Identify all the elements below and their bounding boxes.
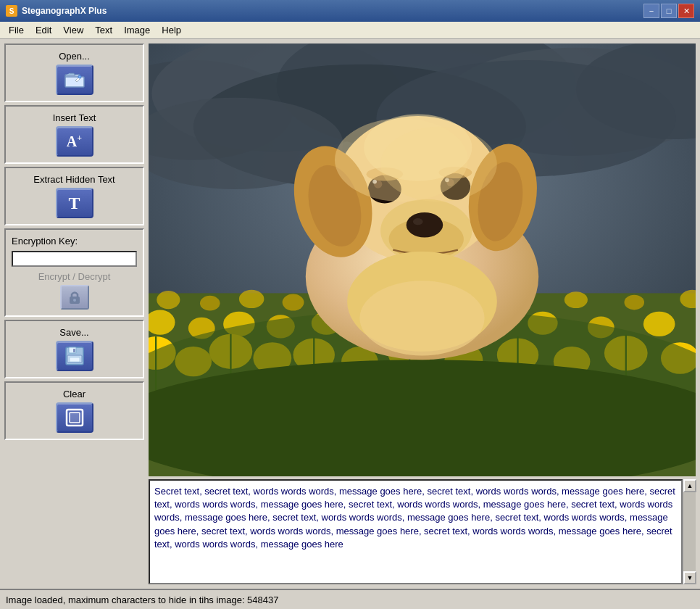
svg-point-32 — [624, 295, 644, 310]
insert-text-label: Insert Text — [53, 112, 96, 123]
text-area-container: ▲ ▼ — [149, 479, 696, 584]
extract-icon: T — [68, 194, 80, 213]
insert-text-button-container[interactable]: Insert Text A+ — [4, 105, 144, 164]
svg-rect-1 — [65, 77, 84, 87]
title-bar-left: S SteganographX Plus — [6, 5, 107, 17]
encryption-key-label: Encryption Key: — [12, 236, 137, 246]
maximize-button[interactable]: □ — [661, 4, 677, 18]
svg-point-31 — [564, 291, 588, 308]
clear-button-container[interactable]: Clear — [4, 381, 144, 440]
menu-image[interactable]: Image — [118, 23, 156, 37]
scroll-track[interactable] — [683, 492, 696, 571]
open-button-container[interactable]: Open... — [4, 44, 144, 102]
encrypt-decrypt-container: Encrypt / Decrypt — [12, 271, 137, 310]
open-icon — [64, 69, 86, 91]
svg-point-25 — [239, 290, 264, 308]
save-label: Save... — [59, 327, 88, 338]
insert-text-icon-button[interactable]: A+ — [56, 126, 93, 157]
svg-point-91 — [359, 281, 484, 355]
svg-point-4 — [73, 299, 76, 302]
lock-icon — [67, 289, 83, 305]
svg-point-45 — [643, 312, 675, 336]
svg-point-2 — [78, 75, 81, 78]
svg-point-24 — [200, 296, 220, 311]
scroll-up-button[interactable]: ▲ — [683, 479, 696, 492]
dog-image — [149, 44, 696, 476]
status-text: Image loaded, maximum characters to hide… — [6, 594, 278, 605]
menu-file[interactable]: File — [3, 23, 30, 37]
menu-help[interactable]: Help — [156, 23, 187, 37]
encryption-key-input[interactable] — [12, 251, 137, 267]
save-icon — [64, 345, 86, 367]
svg-point-23 — [157, 291, 180, 309]
status-bar: Image loaded, maximum characters to hide… — [0, 589, 700, 609]
open-icon-button[interactable] — [56, 65, 93, 95]
hidden-text-area[interactable] — [149, 479, 683, 584]
svg-point-74 — [413, 218, 423, 225]
extract-button-container[interactable]: Extract Hidden Text T — [4, 167, 144, 225]
window-title: SteganographX Plus — [22, 6, 107, 16]
right-area: ▲ ▼ — [149, 44, 696, 584]
menu-view[interactable]: View — [57, 23, 89, 37]
svg-rect-11 — [70, 413, 80, 423]
encryption-section: Encryption Key: Encrypt / Decrypt — [4, 228, 144, 317]
menu-bar: File Edit View Text Image Help — [0, 22, 700, 39]
svg-point-68 — [149, 360, 696, 476]
svg-rect-8 — [70, 357, 80, 362]
main-content: Open... Insert Text A+ Extract Hidden Te… — [0, 39, 700, 589]
save-button-container[interactable]: Save... — [4, 320, 144, 378]
svg-point-26 — [283, 294, 304, 311]
extract-label: Extract Hidden Text — [33, 174, 114, 185]
clear-icon-button[interactable] — [56, 402, 93, 433]
clear-icon — [64, 407, 86, 428]
extract-icon-button[interactable]: T — [56, 188, 93, 218]
open-label: Open... — [59, 51, 90, 62]
title-bar: S SteganographX Plus − □ ✕ — [0, 0, 700, 22]
encrypt-decrypt-button[interactable] — [60, 285, 89, 310]
close-button[interactable]: ✕ — [678, 4, 694, 18]
app-icon: S — [6, 5, 17, 17]
sidebar: Open... Insert Text A+ Extract Hidden Te… — [4, 44, 144, 584]
title-controls: − □ ✕ — [643, 4, 694, 18]
menu-text[interactable]: Text — [89, 23, 118, 37]
minimize-button[interactable]: − — [643, 4, 659, 18]
clear-label: Clear — [63, 389, 86, 399]
insert-text-icon: A+ — [67, 133, 82, 150]
encrypt-decrypt-label: Encrypt / Decrypt — [38, 271, 111, 282]
svg-rect-9 — [73, 349, 75, 352]
scrollbar[interactable]: ▲ ▼ — [683, 479, 696, 584]
image-container — [149, 44, 696, 476]
save-icon-button[interactable] — [56, 341, 93, 371]
svg-point-89 — [364, 115, 472, 181]
svg-point-73 — [407, 212, 443, 237]
scroll-down-button[interactable]: ▼ — [683, 571, 696, 584]
menu-edit[interactable]: Edit — [30, 23, 57, 37]
